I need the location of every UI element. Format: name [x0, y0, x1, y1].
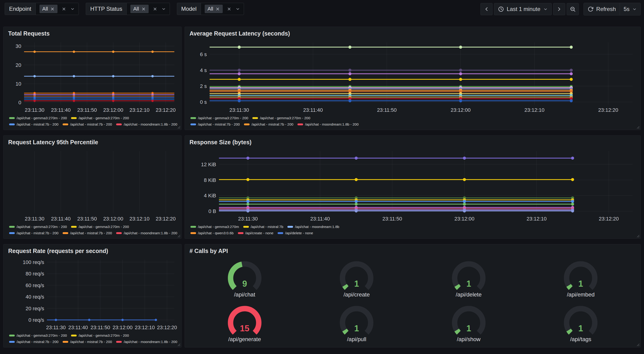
legend-item[interactable]: /api/chat - mistral:7b - 200	[9, 122, 58, 127]
panel-resize-handle[interactable]	[176, 342, 181, 346]
svg-text:2 s: 2 s	[200, 83, 207, 89]
chevron-down-icon[interactable]	[70, 7, 75, 11]
panel-resize-handle[interactable]	[176, 233, 181, 238]
toolbar: Endpoint All HTTP Status All	[0, 0, 644, 15]
legend-series-swatch	[9, 123, 15, 125]
filter-label: Model	[177, 3, 201, 15]
legend-item[interactable]: /api/chat - moondream:1.8b - 200	[116, 231, 177, 235]
legend-item[interactable]: /api/chat - gemma3:270m - 200	[9, 116, 67, 120]
legend-item[interactable]: /api/chat - mistral:7b - 200	[9, 231, 58, 235]
legend-row: /api/chat - mistral:7b - 200/api/chat - …	[9, 231, 178, 235]
time-series-plot[interactable]: 23:11:3023:11:4023:11:5023:12:0023:12:10…	[7, 147, 178, 222]
legend-item[interactable]: /api/chat - gemma3:270m - 200	[71, 333, 129, 338]
legend-series-swatch	[190, 232, 196, 234]
legend-series-label: /api/chat - mistral:7b - 200	[70, 231, 112, 235]
legend-item[interactable]: /api/chat - moondream:1.8b - 200	[298, 122, 358, 127]
panel-title[interactable]: Request Rate (requests per second)	[8, 247, 178, 255]
legend-row: /api/chat - mistral:7b - 200/api/chat - …	[190, 122, 637, 127]
legend-series-swatch	[71, 117, 77, 119]
filter-chip-label: All	[133, 6, 139, 12]
legend-item[interactable]: /api/chat - mistral:7b - 200	[62, 122, 112, 127]
svg-text:23:12:00: 23:12:00	[454, 216, 474, 222]
filter-value-picker[interactable]: All	[201, 3, 244, 15]
gauge-arc: 1	[560, 258, 602, 291]
filter-chip[interactable]: All	[40, 5, 58, 13]
remove-value-icon[interactable]	[50, 7, 55, 11]
time-range-picker-button[interactable]: Last 1 minute	[494, 3, 552, 15]
svg-text:8 KiB: 8 KiB	[204, 177, 216, 183]
panel-resize-handle[interactable]	[635, 124, 640, 129]
panel-title[interactable]: Response Size (bytes)	[190, 138, 637, 146]
svg-text:23:11:50: 23:11:50	[90, 324, 110, 330]
search-minus-icon	[570, 6, 576, 12]
chart-area[interactable]: 0 s2 s4 s6 s23:11:3023:11:4023:11:5023:1…	[188, 39, 637, 114]
legend-item[interactable]: /api/chat - moondream:1.8b	[288, 225, 339, 229]
time-series-plot[interactable]: 0 B4 KiB8 KiB12 KiB23:11:3023:11:4023:11…	[188, 147, 637, 222]
time-shift-forward-button[interactable]	[553, 3, 565, 15]
time-series-plot[interactable]: 010203023:11:3023:11:4023:11:5023:12:002…	[7, 39, 178, 114]
panel-request-rate-requests-per-second: Request Rate (requests per second)0 req/…	[3, 244, 182, 347]
filter-chip[interactable]: All	[130, 5, 148, 13]
svg-text:80 req/s: 80 req/s	[26, 271, 44, 277]
legend-item[interactable]: /api/chat - mistral:7b - 200	[244, 122, 293, 127]
clear-filter-icon[interactable]	[62, 7, 66, 11]
clear-filter-icon[interactable]	[227, 7, 231, 11]
chevron-down-icon[interactable]	[162, 7, 166, 11]
chevron-down-icon	[543, 7, 548, 12]
legend-item[interactable]: /api/chat - mistral:7b - 200	[9, 340, 58, 344]
time-shift-back-button[interactable]	[480, 3, 492, 15]
chart-area[interactable]: 0 req/s20 req/s40 req/s60 req/s80 req/s1…	[7, 256, 178, 331]
panel-resize-handle[interactable]	[635, 342, 640, 346]
legend-item[interactable]: /api/chat - qwen3:0.6b	[190, 231, 234, 235]
gauge-label: /api/chat	[234, 291, 255, 298]
gauge-value: 1	[578, 279, 583, 289]
legend-row: /api/chat - qwen3:0.6b/api/create - none…	[190, 231, 637, 235]
clear-filter-icon[interactable]	[153, 7, 157, 11]
chart-area[interactable]: 0 B4 KiB8 KiB12 KiB23:11:3023:11:4023:11…	[188, 147, 637, 222]
time-series-plot[interactable]: 0 req/s20 req/s40 req/s60 req/s80 req/s1…	[7, 256, 178, 331]
legend-item[interactable]: /api/chat - gemma3:270m - 200	[9, 333, 67, 338]
legend-series-swatch	[62, 123, 68, 125]
legend-item[interactable]: /api/chat - gemma3:270m - 200	[252, 116, 310, 120]
legend-item[interactable]: /api/chat - mistral:7b	[243, 225, 284, 229]
legend-item[interactable]: /api/chat - moondream:1.8b - 200	[116, 122, 177, 127]
time-series-plot[interactable]: 0 s2 s4 s6 s23:11:3023:11:4023:11:5023:1…	[188, 39, 637, 114]
legend-item[interactable]: /api/create - none	[238, 231, 274, 235]
legend-item[interactable]: /api/chat - gemma3:270m	[190, 225, 239, 229]
zoom-out-button[interactable]	[567, 3, 579, 15]
svg-text:0: 0	[18, 100, 21, 106]
gauge-arc: 15	[224, 303, 266, 336]
legend-item[interactable]: /api/chat - gemma3:270m - 200	[190, 116, 248, 120]
filter-chip-label: All	[42, 6, 48, 12]
legend-item[interactable]: /api/chat - gemma3:270m - 200	[71, 116, 129, 120]
remove-value-icon[interactable]	[216, 7, 220, 11]
filter-value-picker[interactable]: All	[127, 3, 170, 15]
legend-item[interactable]: /api/chat - gemma3:270m - 200	[71, 225, 129, 229]
panel-title[interactable]: # Calls by API	[190, 247, 637, 255]
chevron-down-icon[interactable]	[236, 7, 240, 11]
legend-item[interactable]: /api/chat - mistral:7b - 200	[62, 231, 112, 235]
svg-text:23:12:10: 23:12:10	[135, 324, 155, 330]
panel-title[interactable]: Average Request Latency (seconds)	[190, 30, 637, 38]
legend-item[interactable]: /api/chat - moondream:1.8b - 200	[116, 340, 177, 344]
legend-row: /api/chat - gemma3:270m - 200/api/chat -…	[9, 333, 178, 338]
svg-text:0 req/s: 0 req/s	[28, 317, 44, 323]
panel-resize-handle[interactable]	[176, 124, 181, 129]
svg-text:20: 20	[16, 62, 21, 68]
legend-series-label: /api/chat - moondream:1.8b	[295, 225, 339, 229]
filter-value-picker[interactable]: All	[36, 3, 78, 15]
chart-area[interactable]: 23:11:3023:11:4023:11:5023:12:0023:12:10…	[7, 147, 178, 222]
svg-text:23:11:40: 23:11:40	[51, 216, 70, 222]
panel-title[interactable]: Total Requests	[8, 30, 178, 38]
legend-item[interactable]: /api/delete - none	[278, 231, 313, 235]
refresh-interval-button[interactable]: 5s	[620, 3, 640, 15]
legend-item[interactable]: /api/chat - mistral:7b - 200	[62, 340, 112, 344]
legend-item[interactable]: /api/chat - mistral:7b - 200	[190, 122, 240, 127]
legend-item[interactable]: /api/chat - gemma3:270m - 200	[9, 225, 67, 229]
panel-resize-handle[interactable]	[635, 233, 640, 238]
filter-chip[interactable]: All	[205, 5, 223, 13]
chart-area[interactable]: 010203023:11:3023:11:4023:11:5023:12:002…	[7, 39, 178, 114]
remove-value-icon[interactable]	[141, 7, 146, 11]
panel-title[interactable]: Request Latency 95th Percentile	[8, 138, 178, 146]
refresh-button[interactable]: Refresh	[584, 3, 620, 15]
